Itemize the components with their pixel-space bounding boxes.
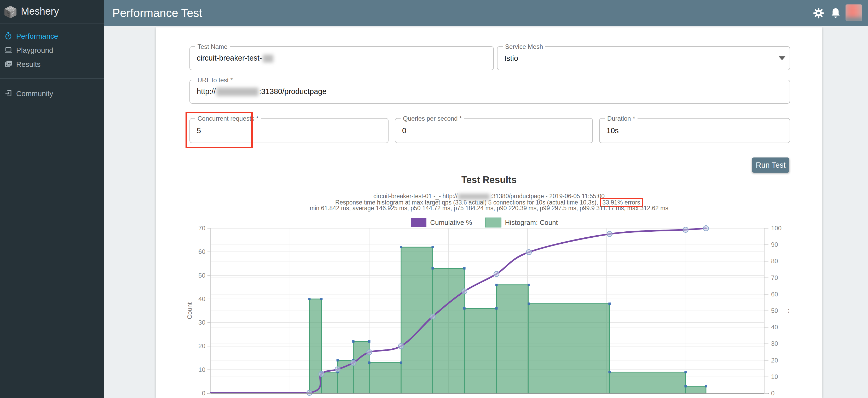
app-header: Performance Test xyxy=(104,0,868,26)
svg-text:50: 50 xyxy=(198,272,205,279)
gallery-icon xyxy=(4,60,12,68)
concurrent-requests-field[interactable]: Concurrent requests * 5 xyxy=(189,118,389,143)
results-subtitle: circuit-breaker-test-01 -_- http://:3138… xyxy=(156,193,822,211)
svg-text:60: 60 xyxy=(198,248,205,255)
svg-text:50: 50 xyxy=(771,307,778,314)
test-name-label: Test Name xyxy=(195,43,230,51)
meshery-logo-icon xyxy=(4,5,17,19)
svg-text:0: 0 xyxy=(771,390,774,397)
meshery-performance-page: { "sidebar": { "brand": "Meshery", "item… xyxy=(0,0,868,398)
svg-text:40: 40 xyxy=(771,324,778,331)
svg-text:70: 70 xyxy=(198,225,205,232)
left-axis-title: Count xyxy=(186,302,193,319)
duration-label: Duration * xyxy=(605,115,638,122)
url-value: http://:31380/productpage xyxy=(197,87,327,96)
duration-value: 10s xyxy=(607,126,619,135)
sidebar-item-label: Performance xyxy=(16,32,58,40)
sidebar-item-performance[interactable]: Performance xyxy=(0,29,104,43)
queries-per-second-value: 0 xyxy=(402,126,406,135)
queries-per-second-label: Queries per second * xyxy=(401,115,464,122)
redacted-ip xyxy=(217,88,258,96)
url-field[interactable]: URL to test * http://:31380/productpage xyxy=(189,80,790,104)
concurrent-requests-label: Concurrent requests * xyxy=(195,115,261,122)
duration-field[interactable]: Duration * 10s xyxy=(599,118,790,143)
service-mesh-select[interactable]: Service Mesh Istio xyxy=(497,46,790,70)
sidebar-item-label: Community xyxy=(16,90,53,98)
run-test-button[interactable]: Run Test xyxy=(752,158,789,173)
laptop-icon xyxy=(4,46,12,54)
svg-text:40: 40 xyxy=(198,295,205,302)
svg-text:100: 100 xyxy=(771,225,781,232)
concurrent-requests-value: 5 xyxy=(197,126,201,135)
svg-text:80: 80 xyxy=(771,258,778,265)
svg-text:0: 0 xyxy=(202,390,205,397)
sidebar-item-playground[interactable]: Playground xyxy=(0,43,104,57)
svg-text:90: 90 xyxy=(771,241,778,248)
url-label: URL to test * xyxy=(195,76,235,84)
results-line1: circuit-breaker-test-01 -_- http://:3138… xyxy=(156,193,822,200)
bell-icon[interactable] xyxy=(830,7,842,19)
svg-text:20: 20 xyxy=(771,357,778,364)
results-line2: Response time histogram at max target qp… xyxy=(156,200,822,205)
avatar-blurred-photo-bottom xyxy=(845,18,862,21)
svg-text:30: 30 xyxy=(771,340,778,347)
exit-to-app-icon xyxy=(4,89,12,97)
sidebar: Meshery Performance Playground Results C… xyxy=(0,0,104,398)
redacted-ip xyxy=(458,194,490,200)
gear-icon[interactable] xyxy=(813,7,825,19)
sidebar-item-community[interactable]: Community xyxy=(0,86,104,100)
service-mesh-value: Istio xyxy=(504,54,518,63)
test-name-field[interactable]: Test Name circuit-breaker-test- xyxy=(189,46,494,70)
page-title: Performance Test xyxy=(112,6,202,20)
brand-name: Meshery xyxy=(21,6,59,17)
svg-text:10: 10 xyxy=(198,366,205,373)
sidebar-item-results[interactable]: Results xyxy=(0,57,104,71)
svg-text:30: 30 xyxy=(198,319,205,326)
svg-text:60: 60 xyxy=(771,291,778,298)
queries-per-second-field[interactable]: Queries per second * 0 xyxy=(395,118,593,143)
user-avatar[interactable] xyxy=(845,4,862,21)
sidebar-item-label: Playground xyxy=(16,46,53,55)
stopwatch-icon xyxy=(4,32,12,40)
svg-text:10: 10 xyxy=(771,373,778,380)
sidebar-item-label: Results xyxy=(16,60,40,69)
results-line3: min 61.842 ms, average 146.925 ms, p50 1… xyxy=(156,205,822,211)
redacted-text xyxy=(263,55,273,63)
service-mesh-label: Service Mesh xyxy=(503,43,545,51)
results-title: Test Results xyxy=(156,174,822,186)
brand[interactable]: Meshery xyxy=(0,0,104,24)
right-axis-title: % xyxy=(787,308,789,313)
response-time-histogram-chart[interactable]: 0102030405060700102030405060708090100Cou… xyxy=(183,224,789,398)
svg-text:20: 20 xyxy=(198,342,205,350)
svg-text:70: 70 xyxy=(771,274,778,281)
chevron-down-icon xyxy=(779,57,785,60)
test-name-value: circuit-breaker-test- xyxy=(197,54,274,62)
